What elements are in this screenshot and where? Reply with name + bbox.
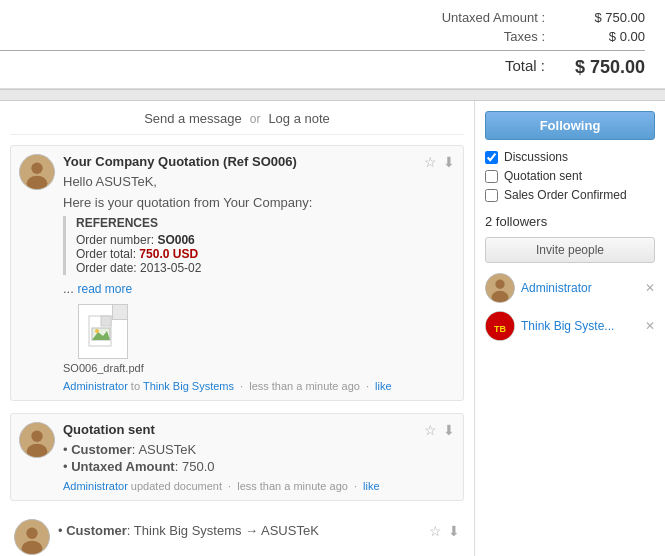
total-value: $ 750.00 — [565, 57, 645, 78]
references-block: REFERENCES Order number: SO006 Order tot… — [63, 216, 455, 275]
ref-total-value: 750.0 USD — [139, 247, 198, 261]
footer-like-1[interactable]: like — [375, 380, 392, 392]
message-2: Quotation sent ☆ ⬇ • Customer: ASUSTeK •… — [10, 413, 464, 501]
svg-point-15 — [495, 280, 504, 289]
star-icon-2[interactable]: ☆ — [424, 422, 437, 438]
svg-rect-4 — [101, 316, 111, 326]
attachment-name: SO006_draft.pdf — [63, 362, 144, 374]
attachment[interactable]: SO006_draft.pdf — [63, 304, 144, 374]
message-1-title: Your Company Quotation (Ref SO006) — [63, 154, 297, 169]
taxes-label: Taxes : — [405, 29, 545, 44]
avatar-3 — [14, 519, 50, 555]
untaxed-value: $ 750.00 — [565, 10, 645, 25]
follower-1-avatar — [485, 273, 515, 303]
svg-point-12 — [26, 528, 37, 539]
star-icon-3[interactable]: ☆ — [429, 523, 442, 555]
svg-point-1 — [31, 163, 42, 174]
footer-author-2[interactable]: Administrator — [63, 480, 128, 492]
ref-total-label: Order total: — [76, 247, 139, 261]
attachment-icon — [78, 304, 128, 359]
checkbox-discussions[interactable]: Discussions — [485, 150, 655, 164]
footer-time-1: less than a minute ago — [249, 380, 360, 392]
avatar-2 — [19, 422, 55, 458]
footer-sep-4: · — [354, 480, 357, 492]
totals-section: Untaxed Amount : $ 750.00 Taxes : $ 0.00… — [0, 0, 665, 89]
footer-like-2[interactable]: like — [363, 480, 380, 492]
follower-2-avatar: TB — [485, 311, 515, 341]
download-icon-2[interactable]: ⬇ — [443, 422, 455, 438]
svg-point-9 — [31, 431, 42, 442]
footer-sep-3: · — [228, 480, 231, 492]
star-icon[interactable]: ☆ — [424, 154, 437, 170]
tb-avatar: TB — [485, 311, 515, 341]
m3-item1-label: Customer — [66, 523, 127, 538]
ellipsis: ... — [63, 281, 74, 296]
message-1-intro: Here is your quotation from Your Company… — [63, 195, 455, 210]
quotation-sent-checkbox[interactable] — [485, 170, 498, 183]
read-more-link[interactable]: read more — [77, 282, 132, 296]
checkbox-quotation-sent[interactable]: Quotation sent — [485, 169, 655, 183]
refs-title: REFERENCES — [76, 216, 455, 230]
follower-1-name[interactable]: Administrator — [521, 281, 639, 295]
discussions-label: Discussions — [504, 150, 568, 164]
sales-order-checkbox[interactable] — [485, 189, 498, 202]
invite-people-button[interactable]: Invite people — [485, 237, 655, 263]
m2-item1-value: ASUSTeK — [138, 442, 196, 457]
ref-date-value: 2013-05-02 — [140, 261, 201, 275]
m2-item2-label: Untaxed Amount — [71, 459, 175, 474]
footer-action-2: updated document — [131, 480, 222, 492]
m2-item1-label: Customer — [71, 442, 132, 457]
footer-recipient-1[interactable]: Think Big Systems — [143, 380, 234, 392]
footer-sep-1: · — [240, 380, 243, 392]
avatar-1 — [19, 154, 55, 190]
footer-author-1[interactable]: Administrator — [63, 380, 128, 392]
footer-to-1: to — [131, 380, 140, 392]
sales-order-label: Sales Order Confirmed — [504, 188, 627, 202]
untaxed-label: Untaxed Amount : — [405, 10, 545, 25]
send-message-link[interactable]: Send a message — [144, 111, 242, 126]
chatter: Send a message or Log a note Your Compan… — [0, 101, 475, 556]
message-1-greeting: Hello ASUSTeK, — [63, 174, 455, 189]
or-text: or — [250, 112, 261, 126]
message-2-title: Quotation sent — [63, 422, 155, 437]
follower-2-name[interactable]: Think Big Syste... — [521, 319, 639, 333]
taxes-value: $ 0.00 — [565, 29, 645, 44]
separator — [0, 89, 665, 101]
total-label: Total : — [405, 57, 545, 78]
follow-button[interactable]: Following — [485, 111, 655, 140]
quotation-sent-label: Quotation sent — [504, 169, 582, 183]
follower-2: TB Think Big Syste... ✕ — [485, 311, 655, 341]
m2-item2-value: 750.0 — [182, 459, 215, 474]
chatter-actions: Send a message or Log a note — [10, 111, 464, 135]
follower-2-remove[interactable]: ✕ — [645, 319, 655, 333]
svg-text:TB: TB — [494, 324, 506, 334]
download-icon[interactable]: ⬇ — [443, 154, 455, 170]
message-1: Your Company Quotation (Ref SO006) ☆ ⬇ H… — [10, 145, 464, 401]
footer-sep-2: · — [366, 380, 369, 392]
message-3: • Customer: Think Big Systems → ASUSTeK … — [10, 513, 464, 556]
svg-point-7 — [95, 329, 99, 333]
discussions-checkbox[interactable] — [485, 151, 498, 164]
ref-date-label: Order date: — [76, 261, 140, 275]
footer-time-2: less than a minute ago — [237, 480, 348, 492]
checkbox-sales-order[interactable]: Sales Order Confirmed — [485, 188, 655, 202]
ref-order-value: SO006 — [157, 233, 194, 247]
follower-1-remove[interactable]: ✕ — [645, 281, 655, 295]
m3-item1-value: Think Big Systems → ASUSTeK — [134, 523, 319, 538]
follower-1: Administrator ✕ — [485, 273, 655, 303]
log-note-link[interactable]: Log a note — [268, 111, 329, 126]
sidebar: Following Discussions Quotation sent Sal… — [475, 101, 665, 556]
ref-order-label: Order number: — [76, 233, 157, 247]
followers-title: 2 followers — [485, 214, 655, 229]
download-icon-3[interactable]: ⬇ — [448, 523, 460, 555]
